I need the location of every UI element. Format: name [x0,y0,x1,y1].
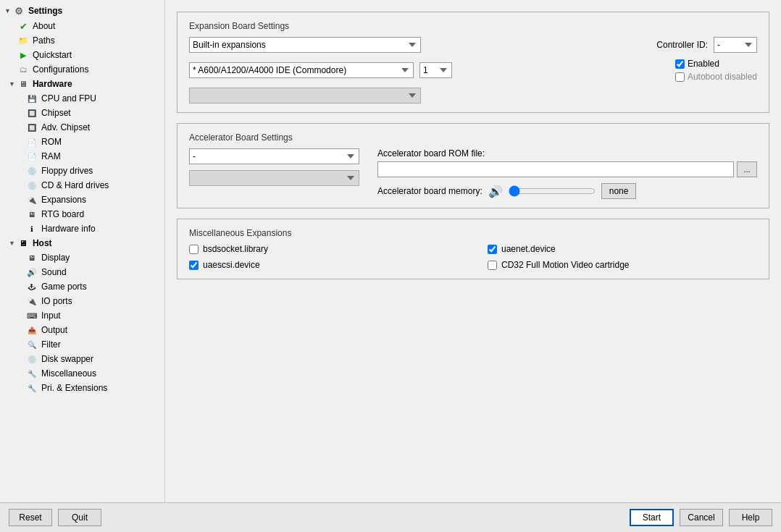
sidebar-item-hardware-info[interactable]: ℹ Hardware info [0,221,164,236]
sidebar-item-ram-label: RAM [41,151,61,161]
sidebar-item-io-ports-label: IO ports [41,296,72,306]
misc-icon: 🔧 [26,368,38,379]
sidebar-item-pri-extensions-label: Pri. & Extensions [41,383,107,393]
sidebar: ▼ ⚙ Settings ✔ About 📁 Paths ▶ Quickstar… [0,0,165,502]
sidebar-item-sound[interactable]: 🔊 Sound [0,265,164,279]
enabled-row: Enabled [675,59,757,69]
uaenet-checkbox[interactable] [488,245,497,254]
sidebar-item-rom-label: ROM [41,137,62,147]
sidebar-item-adv-chipset[interactable]: 🔲 Adv. Chipset [0,120,164,135]
hardware-icon: 🖥 [17,78,29,90]
host-expand-arrow: ▼ [9,240,15,247]
controller-id-select[interactable]: - [714,37,757,53]
sound-icon: 🔊 [26,266,38,278]
sidebar-item-about-label: About [33,21,55,31]
builtin-expansions-select[interactable]: Built-in expansions [189,37,421,53]
sidebar-item-rtg-label: RTG board [41,209,84,219]
sidebar-item-io-ports[interactable]: 🔌 IO ports [0,294,164,308]
sidebar-item-display[interactable]: 🖥 Display [0,250,164,265]
sidebar-item-pri-extensions[interactable]: 🔧 Pri. & Extensions [0,381,164,395]
sidebar-item-configurations-label: Configurations [33,64,88,75]
filter-icon: 🔍 [26,339,38,350]
sidebar-item-filter[interactable]: 🔍 Filter [0,337,164,352]
sidebar-item-configurations[interactable]: 🗂 Configurations [0,62,164,77]
settings-expand-arrow: ▼ [4,7,11,14]
sidebar-item-display-label: Display [41,253,70,263]
accelerator-dropdown2[interactable] [189,170,359,186]
start-button[interactable]: Start [630,509,674,526]
uaescsi-label[interactable]: uaescsi.device [203,260,260,270]
sidebar-item-floppy[interactable]: 💿 Floppy drives [0,164,164,178]
quit-button[interactable]: Quit [58,509,101,526]
autoboot-label[interactable]: Autoboot disabled [688,72,757,82]
sidebar-item-cd-label: CD & Hard drives [41,180,109,190]
sidebar-item-ram[interactable]: 📄 RAM [0,149,164,164]
bsdsocket-label[interactable]: bsdsocket.library [203,244,268,254]
autoboot-checkbox[interactable] [675,72,685,82]
sidebar-item-input[interactable]: ⌨ Input [0,308,164,323]
sidebar-item-rtg[interactable]: 🖥 RTG board [0,207,164,221]
output-icon: 📤 [26,324,38,336]
sidebar-item-cpu-fpu[interactable]: 💾 CPU and FPU [0,91,164,106]
reset-button[interactable]: Reset [9,509,52,526]
sidebar-item-quickstart[interactable]: ▶ Quickstart [0,48,164,62]
quickstart-icon: ▶ [17,49,29,61]
sidebar-item-miscellaneous[interactable]: 🔧 Miscellaneous [0,366,164,381]
hardware-info-icon: ℹ [26,223,38,235]
uaescsi-row: uaescsi.device [189,260,459,270]
sidebar-item-filter-label: Filter [41,339,61,350]
bottom-bar: Reset Quit Start Cancel Help [0,502,781,532]
bsdsocket-checkbox[interactable] [189,245,199,254]
sidebar-item-output[interactable]: 📤 Output [0,323,164,337]
sidebar-item-cd-hard[interactable]: 💿 CD & Hard drives [0,178,164,193]
help-button[interactable]: Help [729,509,772,526]
device-select[interactable]: * A600/A1200/A4000 IDE (Commodore) [189,62,414,78]
accelerator-dropdown1[interactable]: - [189,148,359,164]
sidebar-item-disk-swapper-label: Disk swapper [41,354,93,364]
display-icon: 🖥 [26,252,38,263]
adv-chipset-icon: 🔲 [26,122,38,133]
configurations-icon: 🗂 [17,64,29,75]
sidebar-group-host[interactable]: ▼ 🖥 Host [0,236,164,250]
enabled-label[interactable]: Enabled [688,59,719,69]
sidebar-item-floppy-label: Floppy drives [41,166,93,176]
sidebar-item-game-ports-label: Game ports [41,282,87,292]
uaescsi-checkbox[interactable] [189,261,199,270]
memory-slider[interactable] [509,185,596,197]
ram-icon: 📄 [26,151,38,162]
sidebar-item-expansions[interactable]: 🔌 Expansions [0,193,164,207]
sidebar-item-adv-chipset-label: Adv. Chipset [41,122,90,132]
enabled-checkbox[interactable] [675,59,685,69]
about-icon: ✔ [17,20,29,32]
sidebar-item-chipset[interactable]: 🔲 Chipset [0,106,164,120]
number-select[interactable]: 1 [419,62,452,78]
io-icon: 🔌 [26,295,38,307]
cd32fmv-label[interactable]: CD32 Full Motion Video cartridge [501,260,630,270]
sidebar-item-miscellaneous-label: Miscellaneous [41,368,96,379]
sidebar-item-about[interactable]: ✔ About [0,19,164,33]
sidebar-item-game-ports[interactable]: 🕹 Game ports [0,279,164,294]
accelerator-board-section: Accelerator Board Settings - [177,123,769,208]
sidebar-item-disk-swapper[interactable]: 💿 Disk swapper [0,352,164,366]
none-button[interactable]: none [601,183,637,199]
sidebar-group-hardware-label: Hardware [33,79,72,89]
third-dropdown[interactable] [189,88,421,104]
sidebar-group-hardware[interactable]: ▼ 🖥 Hardware [0,77,164,91]
rom-file-input[interactable] [377,161,734,177]
cpu-icon: 💾 [26,93,38,104]
sidebar-item-rom[interactable]: 📄 ROM [0,135,164,149]
ext-icon: 🔧 [26,382,38,394]
cd32fmv-checkbox[interactable] [488,261,497,270]
expansions-icon: 🔌 [26,194,38,206]
cancel-button[interactable]: Cancel [680,509,723,526]
sidebar-item-cpu-label: CPU and FPU [41,93,96,104]
browse-button[interactable]: ... [737,161,757,177]
rom-file-label: Accelerator board ROM file: [377,148,757,159]
sidebar-group-settings[interactable]: ▼ ⚙ Settings [0,3,164,19]
uaenet-label[interactable]: uaenet.device [501,244,556,254]
bsdsocket-row: bsdsocket.library [189,244,459,254]
miscellaneous-section: Miscellaneous Expansions bsdsocket.libra… [177,219,769,279]
expansion-board-title: Expansion Board Settings [189,21,757,31]
expansion-board-section: Expansion Board Settings Built-in expans… [177,12,769,113]
sidebar-item-paths[interactable]: 📁 Paths [0,33,164,48]
